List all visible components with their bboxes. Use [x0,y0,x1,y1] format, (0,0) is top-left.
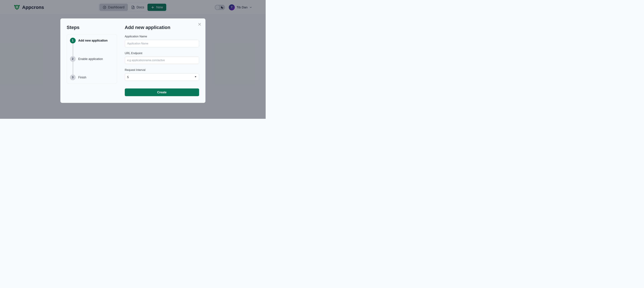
step-3-label: Finish [78,76,86,79]
create-button[interactable]: Create [125,88,199,96]
step-1-number: 1 [70,38,76,43]
modal-title: Add new application [125,25,199,30]
field-url-endpoint: URL Endpoint [125,52,199,64]
add-application-modal: Steps 1 Add new application 2 Enable app… [60,18,206,103]
step-2-label: Enable application [78,57,103,61]
steps-box: 1 Add new application 2 Enable applicati… [67,34,117,83]
request-interval-label: Request Interval [125,68,199,72]
field-request-interval: Request Interval 5 [125,68,199,81]
step-2: 2 Enable application [70,56,114,62]
request-interval-select[interactable]: 5 [125,73,199,81]
step-connector [72,43,73,56]
step-3-number: 3 [70,74,76,80]
create-button-label: Create [157,91,166,94]
url-endpoint-input[interactable] [125,57,199,64]
step-2-number: 2 [70,56,76,62]
form-column: Add new application Application Name URL… [125,25,199,96]
step-1: 1 Add new application [70,38,114,43]
modal-backdrop[interactable]: Steps 1 Add new application 2 Enable app… [0,0,266,119]
application-name-input[interactable] [125,40,199,47]
step-connector [72,62,73,75]
step-1-label: Add new application [78,39,108,42]
steps-heading: Steps [67,25,117,30]
steps-column: Steps 1 Add new application 2 Enable app… [67,25,117,96]
field-application-name: Application Name [125,35,199,47]
application-name-label: Application Name [125,35,199,38]
close-icon[interactable] [198,22,202,26]
step-3: 3 Finish [70,74,114,80]
url-endpoint-label: URL Endpoint [125,52,199,55]
